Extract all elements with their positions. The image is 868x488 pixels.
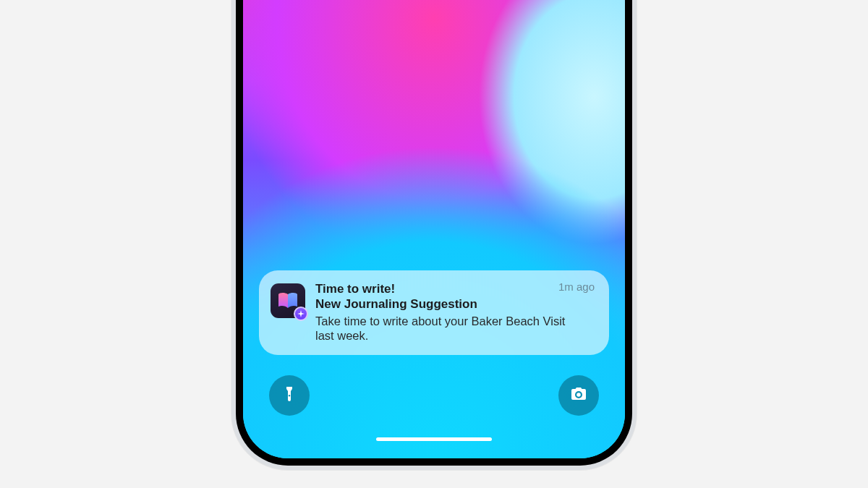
lock-screen-quick-actions: [259, 375, 609, 416]
sparkle-icon: [294, 307, 308, 321]
camera-button[interactable]: [558, 375, 599, 416]
camera-icon: [570, 385, 587, 406]
notification-body: Take time to write about your Baker Beac…: [315, 314, 569, 343]
lock-screen: 1m ago: [243, 0, 625, 458]
notification-timestamp: 1m ago: [558, 281, 595, 293]
flashlight-button[interactable]: [269, 375, 310, 416]
notification-subtitle: New Journaling Suggestion: [315, 297, 596, 312]
notification-app-icon-wrap: [271, 283, 305, 318]
iphone-bezel: 1m ago: [236, 0, 632, 466]
notification-card[interactable]: 1m ago: [259, 270, 609, 355]
home-indicator[interactable]: [376, 437, 492, 441]
notification-text: Time to write! New Journaling Suggestion…: [315, 282, 596, 343]
lock-screen-content: 1m ago: [243, 0, 625, 458]
notification-title: Time to write!: [315, 282, 596, 296]
flashlight-icon: [281, 385, 298, 406]
iphone-device-frame: 1m ago: [231, 0, 637, 470]
